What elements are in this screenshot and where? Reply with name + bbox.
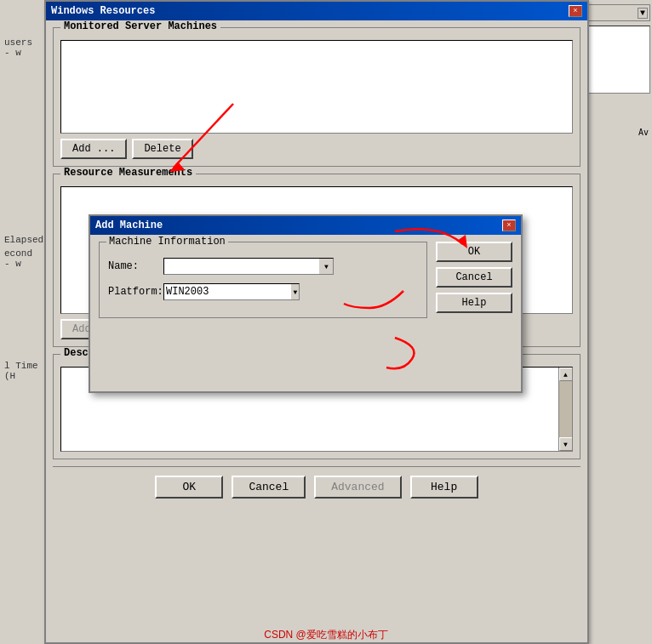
right-panel: ▼ Av (588, 0, 652, 644)
monitored-group: Monitored Server Machines Add ... Delete (53, 27, 581, 167)
help-button[interactable]: Help (410, 476, 478, 499)
left-text-3: Elapsed (2, 233, 44, 247)
desc-scrollbar[interactable]: ▲ ▼ (558, 368, 572, 451)
dialog-title: Windows Resources (51, 5, 155, 17)
machine-info-group: Machine Information Name: ▼ Platform: (99, 242, 427, 318)
scroll-up[interactable]: ▲ (559, 368, 573, 381)
platform-label: Platform: (108, 286, 163, 298)
add-machine-title-bar: Add Machine × (90, 216, 521, 235)
ok-button[interactable]: OK (155, 476, 223, 499)
modal-right-panel: OK Cancel Help (436, 242, 512, 318)
platform-input[interactable] (164, 284, 291, 299)
add-machine-title-btns: × (502, 219, 516, 231)
add-machine-dialog: Add Machine × Machine Information Name: … (89, 214, 523, 393)
left-text-1: users - w (2, 36, 44, 60)
title-bar-buttons: × (569, 5, 582, 17)
main-dialog: Windows Resources × Monitored Server Mac… (44, 0, 589, 644)
add-machine-cancel-button[interactable]: Cancel (436, 267, 512, 288)
scroll-track (559, 381, 573, 437)
name-combo[interactable]: ▼ (163, 258, 334, 275)
modal-left-panel: Machine Information Name: ▼ Platform: (99, 242, 427, 318)
add-machine-ok-button[interactable]: OK (436, 242, 512, 262)
platform-row: Platform: ▼ (108, 283, 418, 300)
resource-title: Resource Measurements (60, 167, 196, 179)
watermark: CSDN @爱吃雪糕的小布丁 (262, 626, 390, 644)
advanced-button[interactable]: Advanced (314, 476, 401, 499)
name-row: Name: ▼ (108, 258, 418, 275)
monitored-btn-row: Add ... Delete (60, 139, 573, 159)
modal-content: Machine Information Name: ▼ Platform: (90, 235, 521, 325)
left-text-5: l Time (H (2, 359, 44, 383)
add-machine-close-button[interactable]: × (502, 219, 516, 231)
monitored-delete-button[interactable]: Delete (132, 139, 192, 159)
left-panel: users - w Elapsed econd - w l Time (H (0, 0, 47, 644)
bottom-buttons-row: OK Cancel Advanced Help (53, 466, 581, 505)
monitored-title: Monitored Server Machines (60, 20, 220, 32)
name-combo-arrow[interactable]: ▼ (319, 259, 333, 274)
title-bar: Windows Resources × (46, 2, 587, 20)
monitored-list[interactable] (60, 40, 573, 134)
platform-combo-arrow[interactable]: ▼ (291, 284, 299, 299)
name-input[interactable] (164, 259, 319, 274)
add-machine-title: Add Machine (95, 219, 163, 231)
name-label: Name: (108, 260, 163, 272)
add-machine-help-button[interactable]: Help (436, 293, 512, 313)
monitored-add-button[interactable]: Add ... (60, 139, 127, 159)
machine-info-title: Machine Information (106, 236, 228, 248)
platform-combo[interactable]: ▼ (163, 283, 300, 300)
left-text-4: econd - w (2, 247, 44, 271)
scroll-down[interactable]: ▼ (559, 437, 573, 451)
close-button[interactable]: × (569, 5, 582, 17)
cancel-button[interactable]: Cancel (232, 476, 306, 499)
